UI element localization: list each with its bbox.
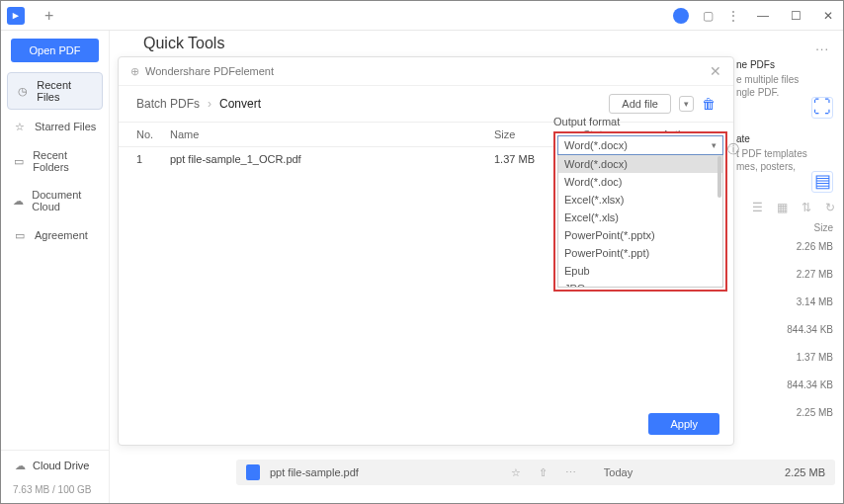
trash-icon[interactable]: 🗑 [702,96,716,112]
new-tab-button[interactable]: + [44,7,53,25]
maximize-button[interactable]: ☐ [787,7,805,25]
template-icon: ▤ [811,171,833,193]
dropdown-option[interactable]: Epub [558,262,722,280]
add-file-dropdown[interactable]: ▾ [679,96,694,112]
recent-file-row[interactable]: ppt file-sample.pdf ☆ ⇧ ⋯ Today 2.25 MB [236,460,835,485]
card-text: e multiple files [736,73,835,86]
dropdown-list: Word(*.docx)Word(*.doc)Excel(*.xlsx)Exce… [557,155,723,288]
size-value: 2.27 MB [736,269,835,280]
star-icon: ☆ [13,120,27,133]
size-column-header: Size [736,218,835,241]
file-date: Today [604,466,633,478]
grid-view-icon[interactable]: ▦ [777,201,788,214]
sidebar-label: Recent Files [37,79,94,103]
dropdown-option[interactable]: Word(*.doc) [558,173,722,191]
more-tools-button[interactable]: ... [815,39,829,53]
star-icon[interactable]: ☆ [511,466,521,479]
size-value: 3.14 MB [736,296,835,307]
panel-app-name: Wondershare PDFelement [145,65,274,77]
col-no: No. [136,128,170,140]
dropdown-option[interactable]: JPG [558,280,722,288]
card-title: ate [736,132,835,145]
sidebar-item-starred[interactable]: ☆ Starred Files [1,112,109,141]
card-title: ne PDFs [736,58,835,71]
help-icon[interactable]: ⓘ [727,141,739,158]
chat-icon[interactable]: ▢ [703,9,714,23]
folder-icon: ▭ [13,154,25,168]
dropdown-option[interactable]: Excel(*.xls) [558,209,722,226]
pdf-file-icon [246,464,260,480]
dropdown-option[interactable]: PowerPoint(*.pptx) [558,226,722,244]
sidebar-label: Document Cloud [32,189,97,212]
cloud-drive-icon: ☁ [13,459,27,472]
cloud-drive-button[interactable]: ☁ Cloud Drive [1,450,109,480]
background-right-column: ne PDFs e multiple files ngle PDF. ⛶ ate… [736,58,835,493]
page-title: Quick Tools [110,31,843,58]
sidebar-item-agreement[interactable]: ▭ Agreement [1,220,109,250]
output-format-dropdown[interactable]: Word(*.docx) ▾ Word(*.docx)Word(*.doc)Ex… [553,131,727,292]
dropdown-option[interactable]: Word(*.docx) [558,155,722,173]
file-size: 2.25 MB [785,466,825,478]
scrollbar[interactable] [717,156,721,198]
storage-usage: 7.63 MB / 100 GB [1,480,109,503]
sidebar-item-recent-folders[interactable]: ▭ Recent Folders [1,141,109,181]
batch-convert-panel: ⊕ Wondershare PDFelement ✕ Batch PDFs › … [118,56,734,446]
apply-button[interactable]: Apply [648,413,719,435]
sidebar-item-recent-files[interactable]: ◷ Recent Files [7,72,103,110]
panel-close-button[interactable]: ✕ [710,63,721,79]
sort-icon[interactable]: ⇅ [802,201,811,214]
file-name: ppt file-sample.pdf [270,466,359,478]
sidebar-label: Agreement [35,229,88,241]
sidebar-label: Starred Files [35,121,96,132]
menu-dots-icon[interactable]: ⋮ [727,9,739,23]
list-view-icon[interactable]: ☰ [752,201,763,214]
dropdown-option[interactable]: PowerPoint(*.ppt) [558,244,722,262]
sidebar-label: Recent Folders [33,149,97,173]
app-logo-icon: ▸ [7,7,25,25]
clock-icon: ◷ [16,84,29,98]
size-value: 844.34 KB [736,379,835,390]
combine-icon: ⛶ [811,97,833,119]
cell-name: ppt file-sample_1_OCR.pdf [170,153,494,165]
size-value: 844.34 KB [736,324,835,335]
more-icon[interactable]: ⋯ [565,466,576,479]
upload-icon[interactable]: ⇧ [539,466,548,479]
user-avatar-icon[interactable] [673,8,689,24]
size-value: 2.25 MB [736,407,835,418]
col-name: Name [170,128,494,140]
document-icon: ▭ [13,228,27,242]
chevron-right-icon: › [208,97,211,111]
dropdown-selected-text: Word(*.docx) [564,139,628,151]
size-value: 1.37 MB [736,352,835,363]
titlebar: ▸ + ▢ ⋮ — ☐ ✕ [1,1,843,31]
size-value: 2.26 MB [736,241,835,252]
breadcrumb-root[interactable]: Batch PDFs [136,97,200,111]
refresh-icon[interactable]: ↻ [825,201,835,214]
pin-icon[interactable]: ⊕ [130,65,139,78]
dropdown-option[interactable]: Excel(*.xlsx) [558,191,722,209]
chevron-down-icon: ▾ [712,140,717,150]
dropdown-selected[interactable]: Word(*.docx) ▾ [557,135,723,155]
cell-no: 1 [136,153,170,165]
add-file-button[interactable]: Add file [609,94,671,114]
sidebar: Open PDF ◷ Recent Files ☆ Starred Files … [1,31,110,503]
open-pdf-button[interactable]: Open PDF [11,39,99,62]
minimize-button[interactable]: — [753,7,773,25]
cloud-icon: ☁ [13,194,24,208]
close-button[interactable]: ✕ [819,7,837,25]
sidebar-item-document-cloud[interactable]: ☁ Document Cloud [1,181,109,220]
cloud-drive-label: Cloud Drive [33,460,89,471]
card-text: t PDF templates [736,147,835,160]
breadcrumb-current: Convert [219,97,261,111]
